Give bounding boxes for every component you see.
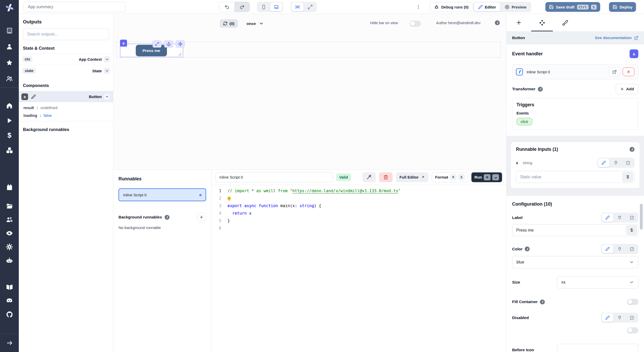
- code-editor[interactable]: 1// import * as wmill from "https://deno…: [211, 185, 506, 232]
- move-component-button[interactable]: [176, 40, 185, 48]
- compute-mode-button[interactable]: f: [626, 213, 638, 222]
- tab-preview[interactable]: Preview: [501, 3, 530, 11]
- code-line[interactable]: 4 return x: [211, 209, 506, 217]
- mobile-view-button[interactable]: [258, 3, 270, 11]
- code-line[interactable]: 2: [211, 195, 506, 202]
- full-editor-button[interactable]: Full Editor: [396, 172, 428, 182]
- expand-sidebar-arrow-icon[interactable]: [0, 334, 19, 352]
- static-mode-button[interactable]: [602, 313, 613, 322]
- app-canvas[interactable]: (0) once Hide bar on view Author henri@w…: [113, 14, 506, 169]
- remove-script-button[interactable]: [623, 67, 634, 76]
- static-mode-button[interactable]: [598, 159, 609, 167]
- connect-value-button[interactable]: $: [622, 172, 633, 182]
- connect-mode-button[interactable]: [610, 159, 622, 167]
- compute-mode-button[interactable]: f: [626, 313, 638, 322]
- user-icon[interactable]: [0, 39, 19, 55]
- static-mode-button[interactable]: [602, 213, 613, 222]
- static-value-input[interactable]: [516, 172, 622, 182]
- state-expand-button[interactable]: [104, 68, 110, 74]
- variables-dollar-icon[interactable]: $: [0, 128, 19, 143]
- code-line[interactable]: 6: [211, 224, 506, 232]
- hide-bar-toggle[interactable]: [410, 21, 421, 27]
- compute-mode-button[interactable]: f: [622, 159, 634, 167]
- expand-component-button[interactable]: [152, 40, 162, 48]
- code-line[interactable]: 5}: [211, 217, 506, 224]
- runs-play-icon[interactable]: [0, 113, 19, 128]
- resources-boxes-icon[interactable]: [0, 143, 19, 158]
- resize-handle[interactable]: [179, 53, 181, 55]
- home-icon[interactable]: [0, 98, 19, 113]
- event-script-card[interactable]: f Inline Script 0: [512, 64, 638, 79]
- disabled-toggle[interactable]: [627, 327, 638, 333]
- search-outputs-input[interactable]: [23, 28, 109, 40]
- fill-container-info-icon[interactable]: [540, 300, 545, 304]
- static-mode-button[interactable]: [602, 245, 613, 253]
- schedules-calendar-icon[interactable]: [0, 180, 19, 194]
- favorites-star-icon[interactable]: [0, 55, 19, 71]
- schedule-mode-dropdown[interactable]: once: [247, 19, 264, 28]
- redo-button[interactable]: [234, 2, 250, 12]
- audit-eye-icon[interactable]: [0, 226, 19, 240]
- groups-settings-icon[interactable]: [0, 213, 19, 226]
- component-type-title: Button: [512, 36, 525, 40]
- color-select[interactable]: blue: [512, 256, 638, 268]
- windmill-logo-icon[interactable]: [0, 0, 19, 15]
- tab-editor[interactable]: Editor: [474, 3, 500, 11]
- code-line[interactable]: 1// import * as wmill from "https://deno…: [211, 187, 506, 195]
- color-info-icon[interactable]: [525, 247, 530, 251]
- workspace-icon[interactable]: [0, 23, 19, 39]
- deploy-button[interactable]: Deploy: [609, 2, 636, 12]
- output-row-ctx[interactable]: ctx App Context: [19, 53, 113, 65]
- workers-bot-icon[interactable]: [0, 254, 19, 267]
- tab-insert-component[interactable]: [512, 14, 526, 31]
- tab-styling[interactable]: [558, 14, 572, 31]
- before-icon-input[interactable]: [557, 344, 638, 352]
- connect-mode-button[interactable]: [614, 213, 625, 222]
- compute-mode-button[interactable]: f: [626, 245, 638, 253]
- debug-runs-button[interactable]: Debug runs (0): [430, 2, 473, 12]
- center-layout-button[interactable]: [291, 3, 303, 11]
- undo-button[interactable]: [219, 2, 234, 12]
- refresh-count-button[interactable]: (0): [220, 19, 238, 28]
- add-background-runnable-button[interactable]: [197, 213, 206, 222]
- tab-component-settings[interactable]: [535, 14, 549, 31]
- github-icon[interactable]: [0, 307, 19, 321]
- format-button[interactable]: Format ⌘ S: [432, 172, 468, 182]
- delete-script-button[interactable]: [379, 172, 393, 182]
- save-draft-button[interactable]: Save draft Ctrl S: [545, 2, 600, 12]
- full-width-layout-button[interactable]: [304, 3, 316, 11]
- connect-mode-button[interactable]: [614, 245, 625, 253]
- discord-icon[interactable]: [0, 294, 19, 307]
- size-select[interactable]: xs: [557, 276, 638, 288]
- settings-gear-icon[interactable]: [0, 240, 19, 254]
- connect-mode-button[interactable]: [614, 313, 625, 322]
- runnable-inputs-info-icon[interactable]: [630, 147, 634, 152]
- add-transformer-button[interactable]: Add: [616, 84, 638, 94]
- code-line[interactable]: 3export async function main(x: string) {: [211, 202, 506, 209]
- output-row-state[interactable]: state State: [19, 65, 113, 76]
- ai-assistant-button[interactable]: [362, 172, 376, 182]
- runnable-item-inline-script-0[interactable]: Inline Script 0 a: [118, 188, 206, 201]
- see-documentation-link[interactable]: See documentation: [595, 36, 638, 40]
- fill-container-toggle[interactable]: [627, 299, 638, 305]
- run-button[interactable]: Run ⌘ ↵: [471, 172, 502, 182]
- component-row-a[interactable]: a Button: [19, 91, 113, 102]
- users-group-icon[interactable]: [0, 71, 19, 86]
- transformer-info-icon[interactable]: [538, 87, 543, 92]
- rename-component-button[interactable]: [31, 94, 36, 99]
- app-summary-input[interactable]: [23, 2, 126, 12]
- more-options-button[interactable]: [414, 2, 423, 12]
- script-name-input[interactable]: [216, 172, 333, 182]
- ctx-expand-button[interactable]: [104, 56, 110, 62]
- background-runnables-info-icon[interactable]: [165, 215, 170, 220]
- panel-scrollbar-thumb[interactable]: [640, 204, 643, 230]
- docs-book-icon[interactable]: [0, 280, 19, 294]
- open-script-button[interactable]: [608, 67, 620, 76]
- collapse-component-button[interactable]: [104, 94, 110, 100]
- folders-icon[interactable]: [0, 199, 19, 213]
- label-input[interactable]: [512, 225, 626, 235]
- connect-value-button[interactable]: $: [626, 225, 637, 235]
- author-info-icon[interactable]: [495, 20, 500, 25]
- anchor-component-button[interactable]: [164, 40, 173, 48]
- desktop-view-button[interactable]: [270, 3, 282, 11]
